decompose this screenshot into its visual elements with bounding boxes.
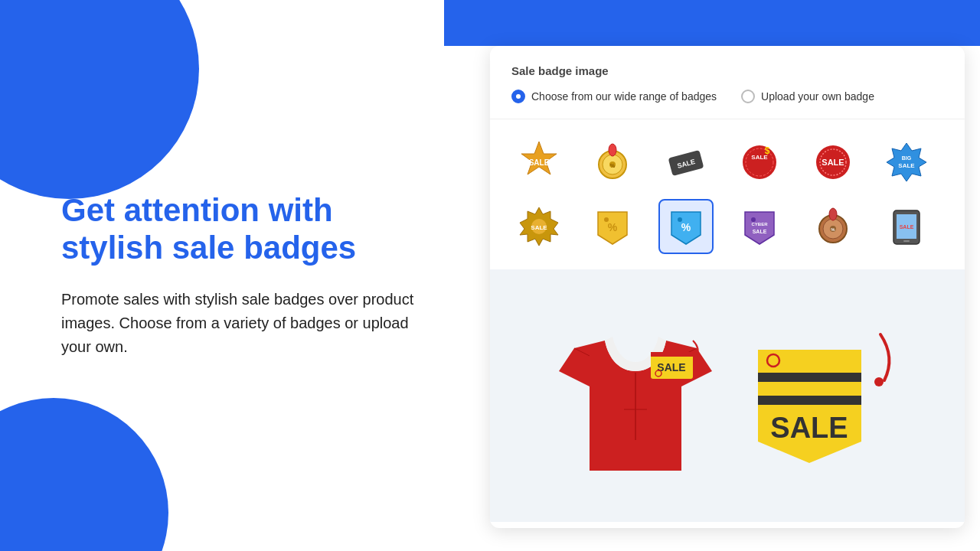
radio-label-upload: Upload your own badge [761, 90, 874, 103]
svg-text:%: % [610, 163, 616, 168]
badge-item-dark-tag[interactable]: SALE [658, 135, 714, 190]
badge-selector-card: Sale badge image Choose from our wide ra… [490, 46, 965, 528]
badge-item-gold-medal[interactable]: % [585, 135, 640, 190]
badge-item-tablet-badge[interactable]: SALE [879, 199, 934, 254]
radio-options-group: Choose from our wide range of badges Upl… [511, 90, 943, 103]
svg-point-48 [874, 377, 884, 386]
shirt-preview: SALE [551, 302, 720, 489]
svg-text:SALE: SALE [822, 158, 844, 167]
svg-text:%: % [608, 221, 618, 233]
badge-item-blue-percent-tag[interactable]: % [658, 199, 714, 254]
badge-grid: SALE % SALE SALE [490, 119, 965, 269]
badge-item-gold-sale-sticker[interactable]: SALE [511, 135, 567, 190]
svg-rect-41 [651, 352, 693, 357]
badge-item-red-sale-stamp[interactable]: SALE [805, 135, 861, 190]
svg-text:SALE: SALE [531, 224, 547, 231]
left-panel: Get attention with stylish sale badges P… [0, 0, 475, 551]
svg-rect-45 [758, 396, 861, 405]
radio-option-upload[interactable]: Upload your own badge [741, 90, 874, 103]
svg-text:$: $ [765, 145, 770, 156]
radio-option-library[interactable]: Choose from our wide range of badges [511, 90, 717, 103]
headline: Get attention with stylish sale badges [61, 192, 429, 266]
svg-text:BIG: BIG [902, 155, 912, 161]
radio-circle-library [511, 90, 525, 103]
svg-text:SALE: SALE [529, 158, 550, 167]
svg-text:SALE: SALE [898, 162, 915, 169]
radio-circle-upload [741, 90, 755, 103]
radio-label-library: Choose from our wide range of badges [531, 90, 717, 103]
shirt-svg [551, 302, 720, 486]
shirt-sale-tag: SALE [647, 337, 708, 386]
large-sale-tag-preview: SALE [750, 319, 903, 472]
badge-item-yellow-percent-tag[interactable]: % [585, 199, 640, 254]
svg-text:%: % [831, 227, 835, 232]
svg-point-31 [829, 208, 837, 220]
badge-item-brown-medal[interactable]: % [805, 199, 861, 254]
svg-text:%: % [681, 221, 691, 233]
svg-text:SALE: SALE [770, 412, 848, 444]
svg-text:CYBER: CYBER [751, 222, 768, 227]
section-title: Sale badge image [511, 64, 943, 77]
badge-item-gold-gear[interactable]: SALE [511, 199, 567, 254]
svg-point-4 [609, 144, 616, 156]
svg-text:SALE: SALE [753, 229, 767, 234]
svg-text:SALE: SALE [900, 224, 914, 230]
badge-item-red-sale-circle[interactable]: SALE $ [732, 135, 787, 190]
badge-selector-section: Sale badge image Choose from our wide ra… [490, 46, 965, 119]
preview-area: SALE SALE [490, 269, 965, 522]
svg-rect-37 [903, 240, 910, 242]
badge-item-big-sale-blue[interactable]: BIG SALE [879, 135, 934, 190]
svg-rect-44 [758, 373, 861, 382]
bg-top-right-decoration [444, 0, 980, 46]
badge-item-cyber-tag[interactable]: CYBER SALE [732, 199, 787, 254]
description: Promote sales with stylish sale badges o… [61, 288, 429, 359]
